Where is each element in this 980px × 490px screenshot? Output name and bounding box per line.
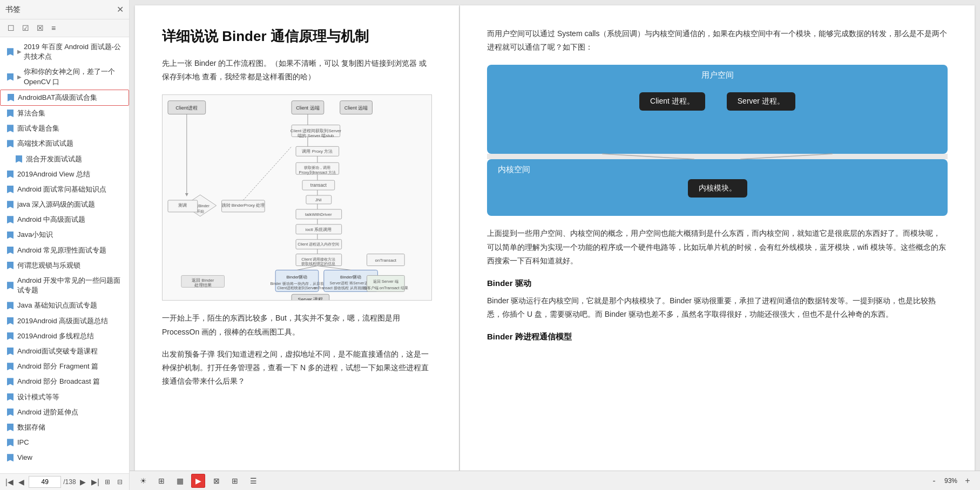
sidebar-item-label-item17: 2019Android 高级面试题总结 [17, 316, 108, 326]
tool-btn-2[interactable]: ⊞ [154, 474, 168, 488]
sidebar-item-item26[interactable]: View [0, 450, 129, 465]
user-space-box: 用户空间 Client 进程。 Server 进程。 [487, 65, 948, 154]
sidebar-item-item14[interactable]: 何谓悲观锁与乐观锁 [0, 258, 129, 273]
svg-text:给客户端 onTransact 结果: 给客户端 onTransact 结果 [363, 286, 408, 291]
svg-text:Client 调用接收方法: Client 调用接收方法 [301, 257, 335, 262]
prev-page-button[interactable]: ◀ [17, 476, 27, 488]
sidebar-item-label-item20: Android 部分 Fragment 篇 [17, 362, 98, 371]
sidebar-item-label-item16: Java 基础知识点面试专题 [17, 301, 97, 310]
close-icon[interactable]: ✕ [117, 4, 124, 15]
bookmark-icon-item2 [6, 73, 14, 81]
play-button[interactable]: ▶ [191, 474, 205, 488]
tool-btn-5[interactable]: ⊠ [209, 474, 224, 488]
svg-text:Server 进程: Server 进程 [298, 297, 323, 301]
page-total-label: /138 [63, 478, 76, 486]
sidebar-item-item17[interactable]: 2019Android 高级面试题总结 [0, 314, 129, 329]
tool-btn-7[interactable]: ☰ [246, 474, 260, 488]
kernel-space-box: 内核空间 内核模块。 [487, 159, 948, 216]
sidebar-item-label-item5: 面试专题合集 [17, 124, 59, 133]
sidebar-item-label-item11: Android 中高级面试题 [17, 215, 85, 224]
sidebar-item-label-item9: Android 面试常问基础知识点 [17, 185, 106, 194]
first-page-button[interactable]: |◀ [4, 476, 15, 488]
expand-arrow-item2[interactable]: ▶ [17, 73, 22, 81]
sidebar-item-item2[interactable]: ▶你和你的女神之间，差了一个 OpenCV 口 [0, 64, 129, 89]
sidebar-item-item18[interactable]: 2019Android 多线程总结 [0, 329, 129, 344]
tool-btn-6[interactable]: ⊞ [228, 474, 242, 488]
next-page-button[interactable]: ▶ [78, 476, 89, 488]
toolbar-icon-2[interactable]: ☑ [20, 23, 31, 33]
collapse-button[interactable]: ⊟ [114, 476, 125, 488]
bookmark-icon-item10 [6, 201, 14, 208]
sidebar-item-item15[interactable]: Android 开发中常见的一些问题面试专题 [0, 273, 129, 298]
sidebar-item-item20[interactable]: Android 部分 Fragment 篇 [0, 359, 129, 374]
sidebar-toolbar: ☐ ☑ ☒ ≡ [0, 19, 129, 37]
right-para2: 上面提到一些用户空间、内核空间的概念，用户空间也能大概猜到是什么东西，而内核空间… [487, 227, 948, 268]
zoom-minus-button[interactable]: - [928, 475, 940, 487]
zoom-level: 93% [944, 477, 957, 485]
sidebar-item-item12[interactable]: Java小知识 [0, 227, 129, 242]
svg-text:Client 远端: Client 远端 [344, 105, 368, 111]
toolbar-icon-1[interactable]: ☐ [5, 23, 17, 33]
sidebar-item-label-item23: Android 进阶延伸点 [17, 407, 78, 417]
sidebar-item-item3[interactable]: AndroidBAT高级面试合集 [0, 90, 129, 106]
sidebar-item-item9[interactable]: Android 面试常问基础知识点 [0, 182, 129, 197]
tool-btn-3[interactable]: ▦ [173, 474, 187, 488]
svg-text:返回 Binder: 返回 Binder [192, 278, 214, 283]
expand-arrow-item1[interactable]: ▶ [17, 48, 22, 56]
sidebar-item-item16[interactable]: Java 基础知识点面试专题 [0, 298, 129, 313]
sidebar-item-item13[interactable]: Android 常见原理性面试专题 [0, 243, 129, 258]
sidebar-item-item21[interactable]: Android 部分 Broadcast 篇 [0, 374, 129, 389]
bookmark-icon-item4 [6, 110, 14, 117]
sidebar-item-item10[interactable]: java 深入源码级的面试题 [0, 197, 129, 212]
bookmark-icon-item23 [6, 409, 14, 416]
bookmark-icon-item17 [6, 317, 14, 325]
sidebar-item-item7[interactable]: 混合开发面试试题 [0, 152, 129, 167]
right-page-panel: 而用户空间可以通过 System calls（系统回调）与内核空间通信的，如果在… [460, 5, 975, 485]
page-title: 详细说说 Binder 通信原理与机制 [162, 27, 432, 46]
client-process-box: Client 进程。 [639, 92, 705, 111]
sidebar-item-item6[interactable]: 高端技术面试试题 [0, 136, 129, 151]
sidebar-item-label-item19: Android面试突破专题课程 [17, 346, 98, 356]
tool-btn-1[interactable]: ☀ [136, 474, 150, 488]
sidebar-item-item24[interactable]: 数据存储 [0, 420, 129, 435]
sidebar-footer: |◀ ◀ /138 ▶ ▶| ⊞ ⊟ [0, 473, 129, 490]
sidebar-item-item5[interactable]: 面试专题合集 [0, 121, 129, 136]
sidebar-item-label-item21: Android 部分 Broadcast 篇 [17, 377, 100, 386]
sidebar-item-item4[interactable]: 算法合集 [0, 106, 129, 121]
svg-text:ioctl 系统调用: ioctl 系统调用 [306, 227, 332, 232]
toolbar-icon-3[interactable]: ☒ [35, 23, 46, 33]
sidebar-item-label-item3: AndroidBAT高级面试合集 [18, 93, 97, 103]
sidebar-item-item19[interactable]: Android面试突破专题课程 [0, 344, 129, 359]
sidebar-item-label-item18: 2019Android 多线程总结 [17, 331, 94, 341]
expand-button[interactable]: ⊞ [103, 476, 113, 488]
sidebar-item-label-item13: Android 常见原理性面试专题 [17, 246, 106, 255]
binder-model-title: Binder 跨进程通信模型 [487, 332, 948, 342]
binder-flow-diagram: Client进程 Client 远端 Client 远端 Client 进程间获… [163, 95, 431, 300]
last-page-button[interactable]: ▶| [90, 476, 100, 488]
sidebar-item-item25[interactable]: IPC [0, 435, 129, 450]
svg-text:Server进程 将Server进程: Server进程 将Server进程 [330, 282, 372, 285]
svg-text:获取驱动，调用: 获取驱动，调用 [304, 166, 330, 171]
svg-text:Binder驱动: Binder驱动 [340, 275, 361, 280]
bookmark-icon-item19 [6, 348, 14, 355]
kernel-space-label: 内核空间 [498, 165, 530, 175]
bookmark-icon-item18 [6, 332, 14, 340]
toolbar-icon-4[interactable]: ≡ [49, 23, 58, 33]
svg-text:Client进程映射到Server: Client进程映射到Server [277, 287, 317, 290]
sidebar-item-item23[interactable]: Android 进阶延伸点 [0, 405, 129, 420]
sidebar-item-item8[interactable]: 2019Android View 总结 [0, 167, 129, 182]
sidebar-item-item1[interactable]: ▶2019 年百度 Android 面试题-公共技术点 [0, 39, 129, 64]
bookmark-icon-item8 [6, 171, 14, 178]
bookmark-icon-item22 [6, 393, 14, 401]
sidebar-item-item22[interactable]: 设计模式等等 [0, 390, 129, 405]
sidebar-item-item11[interactable]: Android 中高级面试题 [0, 212, 129, 227]
kernel-module-box: 内核模块。 [688, 179, 747, 198]
page-number-input[interactable] [29, 476, 61, 488]
bookmark-icon-item13 [6, 247, 14, 254]
zoom-plus-button[interactable]: + [962, 475, 974, 487]
svg-text:transact: transact [310, 182, 327, 188]
svg-line-63 [317, 266, 351, 270]
user-kernel-diagram: 用户空间 Client 进程。 Server 进程。 内核空间 内核模块。 [487, 65, 948, 216]
sidebar-item-label-item7: 混合开发面试试题 [26, 154, 82, 164]
sidebar-item-label-item26: View [17, 453, 32, 462]
